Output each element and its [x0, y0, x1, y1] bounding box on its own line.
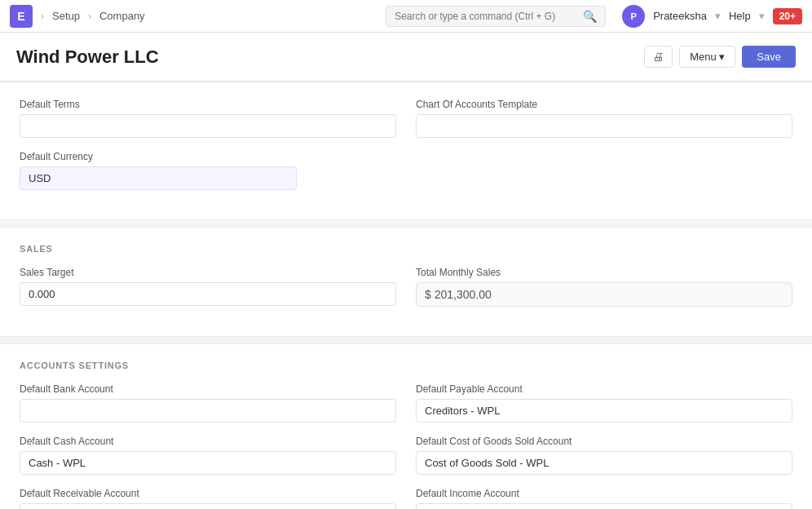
breadcrumb-separator-1: › — [41, 11, 44, 22]
default-cash-account-input[interactable] — [20, 451, 396, 475]
accounts-settings-section: ACCOUNTS SETTINGS Default Bank Account D… — [0, 343, 812, 509]
total-monthly-sales-value: $ 201,300.00 — [416, 282, 792, 307]
defaults-row-1: Default Terms Chart Of Accounts Template — [20, 99, 792, 138]
default-bank-account-label: Default Bank Account — [20, 383, 396, 395]
defaults-row-2: Default Currency — [20, 151, 792, 190]
default-terms-label: Default Terms — [20, 99, 396, 110]
page-actions: 🖨 Menu ▾ Save — [644, 46, 796, 68]
sales-target-label: Sales Target — [20, 267, 396, 278]
top-navigation: E › Setup › Company 🔍 P Prateeksha ▾ Hel… — [0, 0, 812, 33]
username-chevron: ▾ — [715, 10, 721, 22]
accounts-row-1: Default Bank Account Default Payable Acc… — [20, 383, 792, 423]
username-label[interactable]: Prateeksha — [653, 10, 707, 22]
menu-button[interactable]: Menu ▾ — [679, 46, 735, 68]
nav-right-section: P Prateeksha ▾ Help ▾ 20+ — [622, 5, 802, 28]
chart-of-accounts-group: Chart Of Accounts Template — [416, 99, 792, 138]
breadcrumb-setup[interactable]: Setup — [52, 10, 80, 22]
default-currency-input[interactable] — [20, 166, 297, 190]
default-terms-input[interactable] — [20, 114, 396, 138]
default-currency-group: Default Currency — [20, 151, 297, 190]
placeholder-group — [316, 151, 792, 190]
defaults-section: Default Terms Chart Of Accounts Template… — [0, 82, 812, 220]
search-bar[interactable]: 🔍 — [386, 6, 606, 27]
default-terms-group: Default Terms — [20, 99, 396, 138]
default-payable-account-input[interactable] — [416, 399, 792, 423]
avatar: P — [622, 5, 645, 28]
print-button[interactable]: 🖨 — [644, 46, 673, 68]
sales-section: SALES Sales Target Total Monthly Sales $… — [0, 227, 812, 337]
default-cash-account-label: Default Cash Account — [20, 436, 396, 447]
default-payable-account-label: Default Payable Account — [416, 383, 792, 395]
accounts-row-3: Default Receivable Account Default Incom… — [20, 488, 792, 509]
default-income-account-group: Default Income Account — [416, 488, 792, 509]
breadcrumb-company[interactable]: Company — [99, 10, 145, 22]
app-logo[interactable]: E — [10, 5, 33, 28]
accounts-row-2: Default Cash Account Default Cost of Goo… — [20, 436, 792, 475]
default-payable-account-group: Default Payable Account — [416, 383, 792, 423]
breadcrumb-separator-2: › — [88, 11, 91, 22]
sales-section-title: SALES — [20, 244, 792, 254]
sales-target-group: Sales Target — [20, 267, 396, 307]
page-title: Wind Power LLC — [16, 46, 159, 68]
default-receivable-account-label: Default Receivable Account — [20, 488, 396, 499]
main-content: Default Terms Chart Of Accounts Template… — [0, 82, 812, 509]
notification-badge[interactable]: 20+ — [773, 8, 802, 24]
default-bank-account-input[interactable] — [20, 399, 396, 423]
chart-of-accounts-label: Chart Of Accounts Template — [416, 99, 792, 110]
default-receivable-account-group: Default Receivable Account — [20, 488, 396, 509]
default-cogs-account-group: Default Cost of Goods Sold Account — [416, 436, 792, 475]
default-income-account-input[interactable] — [416, 503, 792, 509]
default-receivable-account-input[interactable] — [20, 503, 396, 509]
sales-target-input[interactable] — [20, 282, 396, 306]
sales-row-1: Sales Target Total Monthly Sales $ 201,3… — [20, 267, 792, 307]
save-button[interactable]: Save — [742, 46, 796, 68]
accounts-settings-title: ACCOUNTS SETTINGS — [20, 361, 792, 370]
total-monthly-sales-group: Total Monthly Sales $ 201,300.00 — [416, 267, 792, 307]
default-cogs-account-label: Default Cost of Goods Sold Account — [416, 436, 792, 447]
help-chevron: ▾ — [759, 10, 765, 22]
total-monthly-sales-label: Total Monthly Sales — [416, 267, 792, 278]
default-bank-account-group: Default Bank Account — [20, 383, 396, 423]
search-input[interactable] — [395, 11, 578, 22]
page-header: Wind Power LLC 🖨 Menu ▾ Save — [0, 33, 812, 82]
search-icon: 🔍 — [583, 10, 597, 23]
chart-of-accounts-input[interactable] — [416, 114, 792, 138]
default-income-account-label: Default Income Account — [416, 488, 792, 499]
help-menu[interactable]: Help — [729, 10, 751, 22]
default-currency-label: Default Currency — [20, 151, 297, 162]
default-cash-account-group: Default Cash Account — [20, 436, 396, 475]
default-cogs-account-input[interactable] — [416, 451, 792, 475]
